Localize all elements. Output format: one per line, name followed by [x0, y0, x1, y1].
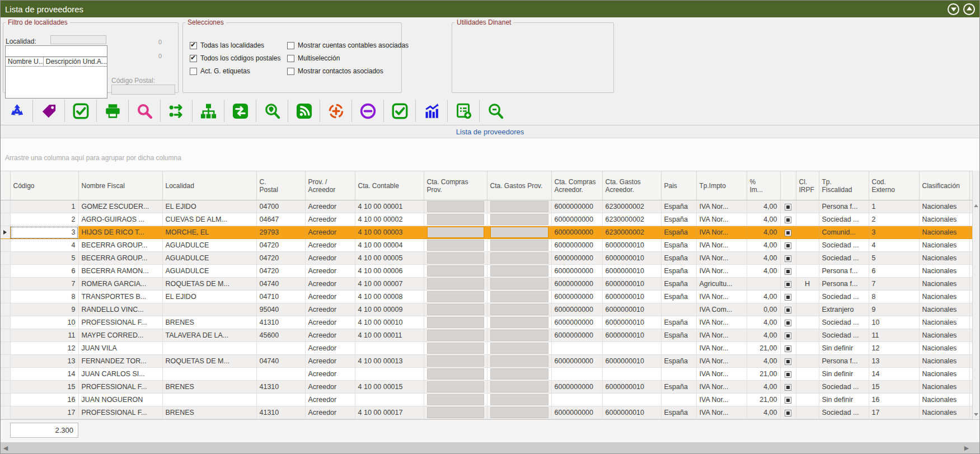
cell-cod-externo[interactable]: 11 [869, 329, 919, 342]
cell-prov[interactable]: Acreedor [305, 291, 355, 303]
cell-contable[interactable] [355, 368, 424, 381]
cell-impto[interactable]: IVA Nor... [696, 226, 747, 239]
cell-irpf[interactable] [796, 291, 819, 303]
cell-cod-externo[interactable]: 4 [869, 239, 919, 252]
cell-pct[interactable]: 4,00 [747, 226, 780, 239]
cell-clasif[interactable]: Nacionales [919, 329, 969, 342]
cell-gastos-acr[interactable]: 6000000010 [602, 278, 661, 291]
cell-nombre[interactable]: PROFESSIONAL F... [78, 316, 162, 329]
cell-prov[interactable]: Acreedor [305, 252, 355, 265]
column-header-cod-externo[interactable]: Cod. Externo [869, 171, 919, 200]
cell-impto[interactable]: IVA Nor... [696, 394, 747, 406]
cell-contable[interactable]: 4 10 00 00015 [355, 381, 424, 394]
cell-localidad[interactable]: EL EJIDO [162, 200, 256, 213]
cell-irpf[interactable] [796, 394, 819, 406]
cell-pais[interactable] [661, 342, 696, 355]
cell-nombre[interactable]: HIJOS DE RICO T... [78, 226, 162, 239]
scroll-left-arrow[interactable]: ◀ [1, 442, 11, 453]
cell-impto[interactable]: IVA Nor... [696, 265, 747, 278]
cell-impto[interactable]: IVA Nor... [696, 381, 747, 394]
cell-codigo[interactable]: 7 [10, 278, 78, 291]
cell-pais[interactable]: España [661, 265, 696, 278]
collapse-panel-button[interactable] [948, 3, 959, 15]
cell-contable[interactable]: 4 10 00 00007 [355, 278, 424, 291]
cell-prov[interactable]: Acreedor [305, 213, 355, 226]
column-header-contable[interactable]: Cta. Contable [355, 171, 424, 200]
cell-fiscalidad[interactable]: Sociedad ... [819, 239, 869, 252]
cell-cpostal[interactable] [256, 342, 305, 355]
cell-fiscalidad[interactable]: Sociedad ... [819, 291, 869, 303]
cell-irpf[interactable] [796, 200, 819, 213]
cell-pct[interactable]: 4,00 [747, 252, 780, 265]
cell-compras-acr[interactable]: 6000000000 [551, 239, 602, 252]
column-header-prov[interactable]: Prov. / Acreedor [305, 171, 355, 200]
cell-gastos-acr[interactable]: 6230000002 [602, 226, 661, 239]
cell-flag[interactable] [780, 329, 796, 342]
checkbox-todos-los-c-digos-postales[interactable]: Todos los códigos postales [190, 54, 280, 63]
table-row[interactable]: 2AGRO-GUIRAOS ...CUEVAS DE ALM...04647Ac… [1, 213, 972, 226]
column-header-pct[interactable]: % Im... [747, 171, 780, 200]
cell-fiscalidad[interactable]: Sin definir [819, 394, 869, 406]
cell-irpf[interactable] [796, 342, 819, 355]
cell-fiscalidad[interactable]: Persona f... [819, 265, 869, 278]
cell-gastos-acr[interactable]: 6000000010 [602, 406, 661, 419]
cell-impto[interactable]: Agricultu... [696, 278, 747, 291]
cell-prov[interactable]: Acreedor [305, 265, 355, 278]
cell-irpf[interactable] [796, 381, 819, 394]
expand-panel-button[interactable] [963, 3, 975, 15]
cell-pct[interactable]: 21,00 [747, 368, 780, 381]
column-header-chk[interactable] [780, 171, 796, 200]
cell-irpf[interactable] [796, 316, 819, 329]
scroll-up-arrow[interactable] [973, 202, 979, 209]
cell-pais[interactable]: España [661, 226, 696, 239]
scroll-down-arrow[interactable] [973, 410, 979, 418]
cell-cpostal[interactable]: 04720 [256, 239, 305, 252]
cell-pct[interactable]: 4,00 [747, 329, 780, 342]
table-row[interactable]: 13FERNANDEZ TOR...ROQUETAS DE M...04740A… [1, 355, 972, 368]
cell-clasif[interactable]: Nacionales [919, 316, 969, 329]
cell-codigo[interactable]: 1 [10, 200, 78, 213]
cell-cod-externo[interactable]: 7 [869, 278, 919, 291]
table-row[interactable]: 9RANDELLO VINC...95040Acreedor4 10 00 00… [1, 303, 972, 316]
cell-cpostal[interactable]: 29793 [256, 226, 305, 239]
cell-clasif[interactable]: Nacionales [919, 381, 969, 394]
group-by-panel[interactable]: Arrastre una columna aquí para agrupar p… [1, 138, 979, 171]
cell-pais[interactable]: España [661, 355, 696, 368]
listbox-header-descripcion[interactable]: Descripción Und.A... [44, 57, 107, 66]
cell-codigo[interactable]: 6 [10, 265, 78, 278]
cell-pct[interactable]: 0,00 [747, 303, 780, 316]
cell-codigo[interactable]: 4 [10, 239, 78, 252]
cell-irpf[interactable] [796, 252, 819, 265]
cell-irpf[interactable] [796, 303, 819, 316]
cell-cod-externo[interactable]: 16 [869, 394, 919, 406]
cell-localidad[interactable] [162, 394, 256, 406]
cell-contable[interactable]: 4 10 00 00004 [355, 239, 424, 252]
cell-pct[interactable]: 21,00 [747, 342, 780, 355]
cell-localidad[interactable]: TALAVERA DE LA... [162, 329, 256, 342]
column-header-impto[interactable]: Tp.Impto [696, 171, 747, 200]
cell-fiscalidad[interactable]: Sociedad ... [819, 213, 869, 226]
cell-prov[interactable]: Acreedor [305, 342, 355, 355]
cell-cpostal[interactable]: 04700 [256, 200, 305, 213]
cell-flag[interactable] [780, 381, 796, 394]
cell-flag[interactable] [780, 342, 796, 355]
checkbox-confirm-button[interactable] [387, 99, 412, 123]
cell-compras-acr[interactable]: 6000000000 [551, 406, 602, 419]
vertical-scrollbar[interactable] [972, 200, 979, 419]
cell-fiscalidad[interactable]: Sociedad ... [819, 316, 869, 329]
cell-pct[interactable]: 4,00 [747, 265, 780, 278]
column-header-fiscalidad[interactable]: Tp. Fiscalidad [819, 171, 869, 200]
cell-compras-acr[interactable]: 6000000000 [551, 252, 602, 265]
cell-compras-acr[interactable]: 6000000000 [551, 291, 602, 303]
cell-pct[interactable]: 4,00 [747, 355, 780, 368]
cell-fiscalidad[interactable]: Sociedad ... [819, 406, 869, 419]
cell-fiscalidad[interactable]: Sin definir [819, 342, 869, 355]
cell-flag[interactable] [780, 406, 796, 419]
cell-flag[interactable] [780, 394, 796, 406]
column-header-codigo[interactable]: Código [10, 171, 78, 200]
cell-localidad[interactable]: AGUADULCE [162, 252, 256, 265]
cell-gastos-acr[interactable]: 6000000010 [602, 329, 661, 342]
cell-pct[interactable]: 4,00 [747, 406, 780, 419]
cell-contable[interactable]: 4 10 00 00011 [355, 329, 424, 342]
tag-button[interactable] [36, 99, 62, 123]
